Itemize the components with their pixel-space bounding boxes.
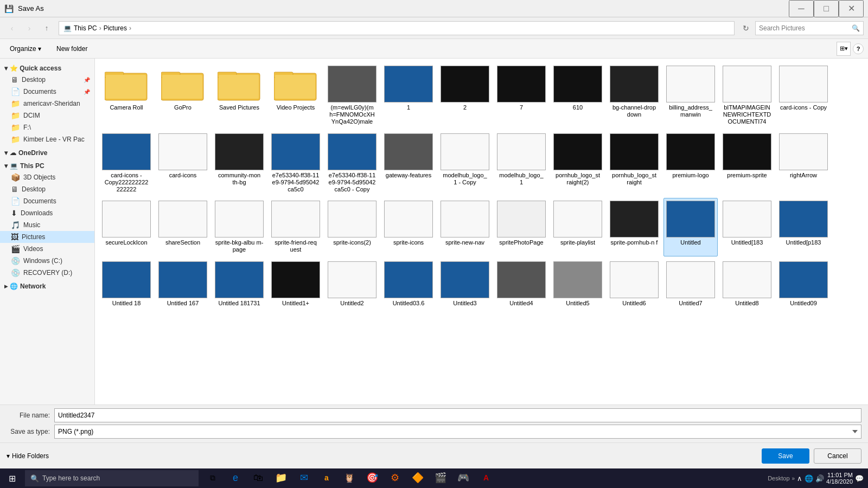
sidebar-item-music[interactable]: 🎵 Music [0, 219, 94, 231]
sound-icon[interactable]: 🔊 [815, 474, 824, 483]
close-button[interactable]: ✕ [839, 0, 864, 17]
refresh-button[interactable]: ↻ [739, 21, 753, 35]
folder-icon[interactable]: 📁 [270, 468, 292, 488]
file-item[interactable]: e7e53340-ff38-11 e9-9794-5d95042 ca5c0 [269, 131, 323, 196]
file-item[interactable]: Untitled[p183 [776, 198, 831, 256]
file-item[interactable]: Saved Pictures [212, 63, 266, 129]
app-icon-1[interactable]: 🎯 [361, 468, 383, 488]
hide-folders-toggle[interactable]: ▾ Hide Folders [7, 452, 49, 460]
clock[interactable]: 11:01 PM 4/18/2020 [826, 472, 853, 485]
file-item[interactable]: card-icons - Copy222222222 222222 [99, 131, 154, 196]
file-item[interactable]: card-icons [156, 131, 210, 196]
file-item[interactable]: card-icons - Copy [776, 63, 831, 129]
sidebar-item-f[interactable]: 📁 F:\ [0, 121, 94, 133]
network-header[interactable]: ▸ 🌐 Network [0, 281, 94, 292]
file-item[interactable]: gateway-features [381, 131, 436, 196]
file-item[interactable]: sprite-new-nav [438, 198, 492, 256]
app-icon-2[interactable]: ⚙ [384, 468, 406, 488]
sidebar-item-dcim[interactable]: 📁 DCIM [0, 110, 94, 121]
file-item[interactable]: Untitled2 [325, 259, 379, 310]
file-item[interactable]: rightArrow [776, 131, 831, 196]
amazon-icon[interactable]: a [316, 468, 337, 488]
file-item[interactable]: modelhub_logo_ 1 [494, 131, 548, 196]
file-item[interactable]: Untitled7 [663, 259, 718, 310]
help-button[interactable]: ? [853, 43, 864, 54]
file-item[interactable]: spritePhotoPage [494, 198, 548, 256]
sidebar-item-recoveryd[interactable]: 💿 RECOVERY (D:) [0, 267, 94, 279]
file-item[interactable]: Untitled[183 [720, 198, 774, 256]
file-item[interactable]: bg-channel-drop down [607, 63, 661, 129]
file-item[interactable]: 7 [494, 63, 548, 129]
file-item[interactable]: Untitled6 [607, 259, 661, 310]
sidebar-item-desktop2[interactable]: 🖥 Desktop [0, 183, 94, 195]
file-item[interactable]: Untitled03.6 [381, 259, 436, 310]
network-tray-icon[interactable]: 🌐 [805, 474, 813, 483]
file-item[interactable]: sprite-pornhub-n f [607, 198, 661, 256]
new-folder-button[interactable]: New folder [51, 42, 93, 56]
acrobat-icon[interactable]: A [475, 468, 497, 488]
maximize-button[interactable]: □ [814, 0, 839, 17]
mail-icon[interactable]: ✉ [293, 468, 315, 488]
file-item[interactable]: Untitled [663, 198, 718, 256]
file-item[interactable]: billing_address_ manwin [663, 63, 718, 129]
file-item[interactable]: premium-sprite [720, 131, 774, 196]
file-item[interactable]: Untitled 181731 [212, 259, 266, 310]
file-item[interactable]: Untitled4 [494, 259, 548, 310]
file-item[interactable]: sprite-friend-req uest [269, 198, 323, 256]
file-item[interactable]: sprite-icons(2) [325, 198, 379, 256]
breadcrumb-pictures[interactable]: Pictures [104, 24, 127, 32]
thispc-header[interactable]: ▾ 💻 This PC [0, 160, 94, 171]
sidebar-item-pictures[interactable]: 🖼 Pictures [0, 231, 94, 243]
file-item[interactable]: 2 [438, 63, 492, 129]
file-item[interactable]: modelhub_logo_ 1 - Copy [438, 131, 492, 196]
minimize-button[interactable]: ─ [789, 0, 814, 17]
file-item[interactable]: pornhub_logo_st raight(2) [551, 131, 605, 196]
back-button[interactable]: ‹ [4, 21, 20, 36]
filename-input[interactable] [54, 408, 861, 422]
file-item[interactable]: secureLockIcon [99, 198, 154, 256]
sidebar-item-windowsc[interactable]: 💿 Windows (C:) [0, 255, 94, 267]
task-view-button[interactable]: ⧉ [202, 468, 224, 488]
sidebar-item-downloads[interactable]: ⬇ Downloads [0, 207, 94, 219]
file-item[interactable]: bITMAPiMAGEIN NEWRICHTEXTD OCUMENTI74 [720, 63, 774, 129]
up-button[interactable]: ↑ [39, 21, 54, 36]
file-item[interactable]: 610 [551, 63, 605, 129]
breadcrumb-thispc[interactable]: This PC [74, 24, 97, 32]
tripadvisor-icon[interactable]: 🦉 [339, 468, 360, 488]
file-item[interactable]: Untitled1+ [269, 259, 323, 310]
file-item[interactable]: Untitled 167 [156, 259, 210, 310]
file-item[interactable]: pornhub_logo_st raight [607, 131, 661, 196]
sidebar-item-videos[interactable]: 🎬 Videos [0, 243, 94, 255]
search-input[interactable] [759, 24, 850, 32]
file-item[interactable]: community-mon th-bg [212, 131, 266, 196]
notification-icon[interactable]: 💬 [855, 474, 864, 483]
file-item[interactable]: (m=ewILG0y)(m h=FMNOMOcXH YnQa42O)male [325, 63, 379, 129]
sidebar-item-americavr[interactable]: 📁 americavr-Sheridan [0, 98, 94, 110]
sidebar-item-desktop[interactable]: 🖥 Desktop 📌 [0, 74, 94, 86]
file-area[interactable]: Camera Roll GoPro Saved Pictures Video P… [95, 59, 868, 404]
view-toggle-button[interactable]: ⊞▾ [837, 42, 851, 56]
breadcrumb[interactable]: 💻 This PC › Pictures › [59, 21, 735, 35]
vlc-icon[interactable]: 🔶 [407, 468, 429, 488]
file-item[interactable]: Untitled 18 [99, 259, 154, 310]
app-icon-3[interactable]: 🎬 [430, 468, 451, 488]
file-item[interactable]: Camera Roll [99, 63, 154, 129]
quick-access-header[interactable]: ▾ ⭐ Quick access [0, 63, 94, 74]
file-item[interactable]: e7e53340-ff38-11 e9-9794-5d95042 ca5c0 -… [325, 131, 379, 196]
file-item[interactable]: shareSection [156, 198, 210, 256]
file-item[interactable]: sprite-playlist [551, 198, 605, 256]
file-item[interactable]: 1 [381, 63, 436, 129]
sidebar-item-documents2[interactable]: 📄 Documents [0, 195, 94, 207]
organize-button[interactable]: Organize ▾ [4, 42, 47, 56]
file-item[interactable]: Untitled3 [438, 259, 492, 310]
sidebar-item-kimber[interactable]: 📁 Kimber Lee - VR Pac [0, 133, 94, 145]
file-item[interactable]: Untitled5 [551, 259, 605, 310]
sidebar-item-3dobjects[interactable]: 📦 3D Objects [0, 171, 94, 183]
taskbar-search[interactable]: 🔍 Type here to search [25, 470, 199, 486]
file-item[interactable]: GoPro [156, 63, 210, 129]
file-item[interactable]: Untitled8 [720, 259, 774, 310]
store-icon[interactable]: 🛍 [247, 468, 269, 488]
file-item[interactable]: premium-logo [663, 131, 718, 196]
forward-button[interactable]: › [22, 21, 37, 36]
onedrive-header[interactable]: ▾ ☁ OneDrive [0, 147, 94, 158]
